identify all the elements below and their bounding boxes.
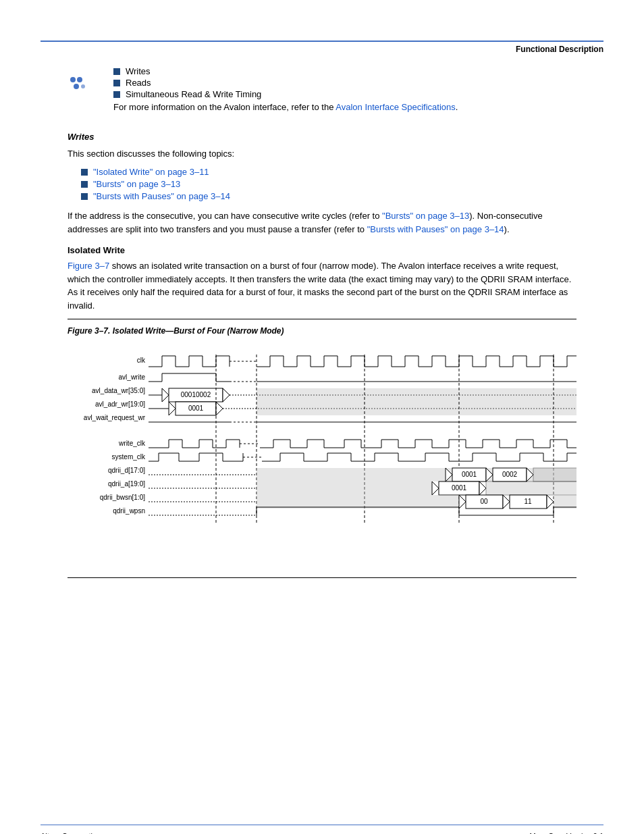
sig-qdrii-bwsn: qdrii_bwsn[1:0] — [100, 494, 145, 501]
sig-qdrii-a: qdrii_a[19:0] — [108, 480, 145, 488]
footer: Altera Corporation November 2009 MegaCor… — [0, 831, 644, 834]
sig-avl-data: avl_data_wr[35:0] — [92, 387, 145, 394]
system-clk-2 — [262, 453, 576, 461]
writes-intro: This section discusses the following top… — [68, 147, 576, 161]
bullet-icon-3 — [113, 91, 120, 98]
bullet-icon-2 — [113, 80, 120, 86]
qdrii-bwsn-shade1 — [257, 495, 459, 509]
sig-qdrii-wpsn: qdrii_wpsn — [113, 507, 145, 515]
sig-avl-wait: avl_wait_request_wr — [84, 414, 146, 421]
waveform-svg: clk avl_write avl_data_wr[35:0] avl_adr_… — [81, 348, 576, 564]
writes-heading: Writes — [68, 132, 576, 142]
bullet-item-3: Simultaneous Read & Write Timing — [113, 89, 458, 99]
svg-point-0 — [70, 77, 76, 82]
avalon-more-info: For more information on the Avalon inter… — [113, 101, 458, 114]
footer-container: Altera Corporation November 2009 MegaCor… — [0, 811, 644, 834]
qdrii-d-val2: 0002 — [502, 471, 518, 478]
sig-clk: clk — [137, 357, 146, 364]
writes-bullet-list: "Isolated Write" on page 3–11 "Bursts" o… — [81, 167, 576, 201]
qdrii-bwsn-trans3 — [547, 495, 554, 509]
svg-point-2 — [74, 84, 79, 89]
footer-left: Altera Corporation November 2009 — [41, 831, 101, 834]
writes-bullet-icon-2 — [81, 181, 88, 188]
bullet-item-2: Reads — [113, 78, 458, 88]
qdrii-bwsn-trans1 — [459, 495, 466, 509]
isolated-write-body: Figure 3–7 shows an isolated write trans… — [68, 259, 576, 312]
qdrii-bwsn-val2: 11 — [524, 498, 532, 505]
bursts-inline-link[interactable]: "Bursts" on page 3–13 — [382, 211, 469, 221]
qdrii-a-shade2 — [486, 481, 576, 495]
writes-body-1: If the address is the consecutive, you c… — [68, 209, 576, 236]
qdrii-d-end — [533, 468, 576, 481]
qdrii-a-val: 0001 — [452, 484, 467, 492]
footer-rule — [41, 825, 603, 825]
sig-qdrii-d: qdrii_d[17:0] — [108, 467, 145, 474]
main-content: Writes Reads Simultaneous Read & Write T… — [0, 59, 644, 597]
bursts-with-pauses-link[interactable]: "Bursts with Pauses" on page 3–14 — [93, 191, 230, 201]
bursts-pauses-inline-link[interactable]: "Bursts with Pauses" on page 3–14 — [367, 224, 504, 234]
avl-adr-label: 0001 — [188, 405, 204, 412]
bullet-item-1: Writes — [113, 66, 458, 76]
bullet-section: Writes Reads Simultaneous Read & Write T… — [68, 66, 576, 121]
figure-rule-bottom — [68, 577, 576, 578]
isolated-write-link[interactable]: "Isolated Write" on page 3–11 — [93, 167, 209, 177]
clk-wave-2 — [257, 356, 576, 367]
page: Functional Description Writes — [0, 41, 644, 834]
qdrii-bwsn-shade2 — [554, 495, 576, 509]
footer-product: MegaCore Version 9.1 — [419, 831, 603, 834]
avalon-icon — [68, 66, 100, 92]
avl-data-trans2 — [223, 388, 230, 402]
header-title: Functional Description — [516, 45, 603, 54]
writes-bullet-2: "Bursts" on page 3–13 — [81, 179, 576, 189]
bullet-list-container: Writes Reads Simultaneous Read & Write T… — [113, 66, 458, 121]
svg-point-1 — [77, 77, 82, 82]
figure-3-7-link[interactable]: Figure 3–7 — [68, 261, 109, 271]
avl-data-label: 00010002 — [181, 391, 211, 398]
avl-adr-trans — [169, 402, 176, 415]
sig-avl-adr: avl_adr_wr[19:0] — [95, 400, 145, 408]
avl-adr-trans2 — [216, 402, 223, 415]
bullet-list: Writes Reads Simultaneous Read & Write T… — [113, 66, 458, 99]
qdrii-bwsn-val1: 00 — [480, 498, 488, 505]
footer-company: Altera Corporation — [41, 831, 101, 834]
avl-write-wave — [149, 373, 230, 382]
sig-avl-write: avl_write — [119, 373, 146, 381]
qdrii-a-trans2 — [479, 481, 486, 495]
writes-bullet-icon-1 — [81, 169, 88, 176]
clk-wave-1 — [149, 356, 230, 367]
write-clk-1 — [149, 440, 240, 448]
avl-data-trans — [162, 388, 169, 402]
bursts-link[interactable]: "Bursts" on page 3–13 — [93, 179, 180, 189]
bullet-icon-1 — [113, 68, 120, 75]
avalon-link[interactable]: Avalon Interface Specifications — [336, 102, 456, 112]
footer-right: MegaCore Version 9.1 QDRII SRAM Controll… — [419, 831, 603, 834]
writes-bullet-icon-3 — [81, 193, 88, 200]
svg-point-3 — [81, 84, 85, 88]
figure-caption: Figure 3–7. Isolated Write—Burst of Four… — [68, 326, 576, 336]
avl-adr-shade — [257, 402, 576, 415]
writes-bullet-3: "Bursts with Pauses" on page 3–14 — [81, 191, 576, 201]
qdrii-a-trans — [432, 481, 439, 495]
sig-write-clk: write_clk — [118, 440, 146, 447]
qdrii-bwsn-trans2 — [503, 495, 510, 509]
avl-data-shade — [257, 388, 576, 402]
qdrii-a-shade1 — [257, 481, 432, 495]
isolated-write-heading: Isolated Write — [68, 245, 576, 255]
waveform-diagram: clk avl_write avl_data_wr[35:0] avl_adr_… — [68, 341, 576, 572]
header-section: Functional Description — [0, 42, 644, 59]
qdrii-d-val1: 0001 — [462, 471, 477, 478]
sig-system-clk: system_clk — [112, 453, 146, 461]
write-clk-2 — [260, 440, 576, 448]
figure-rule-top — [68, 319, 576, 319]
writes-bullet-1: "Isolated Write" on page 3–11 — [81, 167, 576, 177]
system-clk-1 — [149, 453, 243, 461]
